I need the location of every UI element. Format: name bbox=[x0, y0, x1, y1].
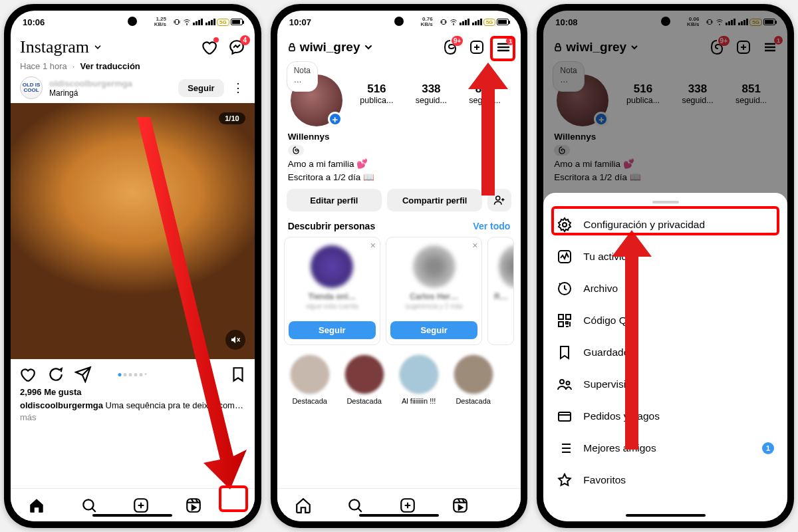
tab-create[interactable] bbox=[399, 497, 416, 514]
qr-icon bbox=[557, 313, 573, 329]
follow-button[interactable]: Seguir bbox=[178, 79, 223, 97]
home-indicator[interactable] bbox=[92, 514, 172, 517]
menu-archive[interactable]: Archivo bbox=[543, 273, 787, 305]
stat-followers[interactable]: 338seguid... bbox=[416, 82, 447, 105]
share-button[interactable] bbox=[74, 366, 92, 383]
discover-see-all-link[interactable]: Ver todo bbox=[473, 221, 510, 231]
svg-point-26 bbox=[567, 382, 570, 385]
post-time: Hace 1 hora bbox=[20, 61, 67, 71]
heart-icon bbox=[19, 366, 36, 383]
home-indicator[interactable] bbox=[626, 514, 706, 517]
tab-search[interactable] bbox=[80, 497, 98, 514]
stat-following[interactable]: 851seguid... bbox=[469, 82, 500, 105]
close-icon[interactable]: × bbox=[472, 240, 477, 251]
save-button[interactable] bbox=[229, 366, 247, 383]
highlights-strip[interactable]: Destacada Destacada Al fiiiiiiin !!! Des… bbox=[277, 350, 521, 406]
phone-2: 10:07 0.76 KB/s 5G wiwi_grey bbox=[271, 4, 528, 528]
discover-card[interactable]: ×Carlos Her…sugerencia y 2 másSeguir bbox=[386, 237, 482, 345]
caption-author[interactable]: oldiscoolburgermga bbox=[20, 400, 103, 410]
highlight-item[interactable]: Destacada bbox=[287, 354, 333, 405]
caption-more[interactable]: más bbox=[20, 412, 37, 422]
tab-search[interactable] bbox=[346, 497, 364, 514]
plus-square-icon bbox=[132, 497, 150, 514]
translate-link[interactable]: Ver traducción bbox=[80, 61, 140, 71]
post-header: OLD IS COOL oldiscoolburgermga Maringá S… bbox=[11, 71, 255, 103]
likes-count[interactable]: 2,996 Me gusta bbox=[11, 386, 255, 398]
follow-card-button[interactable]: Seguir bbox=[390, 321, 477, 339]
post-actions bbox=[11, 359, 255, 386]
reels-icon bbox=[452, 497, 469, 514]
post-author-avatar[interactable]: OLD IS COOL bbox=[20, 76, 43, 99]
like-button[interactable] bbox=[19, 366, 36, 383]
network-pill: 5G bbox=[217, 19, 229, 26]
threads-badge: 9+ bbox=[452, 36, 463, 46]
lock-icon bbox=[287, 42, 297, 53]
sheet-grabber[interactable] bbox=[652, 201, 679, 203]
tab-reels[interactable] bbox=[185, 497, 202, 514]
menu-button[interactable]: 1 bbox=[495, 39, 511, 55]
signal-1-icon bbox=[193, 19, 203, 25]
stat-posts[interactable]: 516publica... bbox=[360, 82, 393, 105]
activity-icon bbox=[557, 249, 573, 265]
discover-strip[interactable]: ×Tienda onl…sigue esta cuentaSeguir ×Car… bbox=[277, 237, 521, 350]
tab-create[interactable] bbox=[132, 497, 150, 514]
share-profile-button[interactable]: Compartir perfil bbox=[387, 189, 482, 211]
menu-badge: 1 bbox=[506, 37, 515, 45]
signal-2-icon bbox=[205, 19, 215, 25]
highlight-item[interactable]: Destacada bbox=[450, 354, 497, 405]
post-image[interactable]: 1/10 bbox=[11, 103, 255, 359]
post-location[interactable]: Maringá bbox=[49, 88, 132, 98]
svg-point-25 bbox=[560, 380, 564, 384]
instagram-logo[interactable]: Instagram bbox=[20, 37, 102, 57]
vibrate-icon bbox=[440, 18, 448, 26]
menu-qr[interactable]: Código QR bbox=[543, 305, 787, 336]
note-bubble[interactable]: Nota … bbox=[287, 61, 318, 92]
menu-activity[interactable]: Tu actividad bbox=[543, 241, 787, 273]
chevron-down-icon bbox=[363, 42, 374, 53]
svg-point-2 bbox=[83, 499, 93, 509]
tab-home[interactable] bbox=[295, 497, 312, 514]
app-header: Instagram 4 bbox=[11, 33, 255, 61]
threads-button[interactable]: 9+ bbox=[442, 39, 458, 55]
svg-rect-4 bbox=[187, 499, 200, 512]
post-more-button[interactable]: ⋮ bbox=[231, 82, 245, 94]
svg-rect-22 bbox=[559, 315, 563, 319]
archive-icon bbox=[557, 281, 573, 297]
username-dropdown[interactable]: wiwi_grey bbox=[287, 40, 374, 55]
mute-button[interactable] bbox=[225, 330, 245, 350]
home-indicator[interactable] bbox=[359, 514, 439, 517]
wifi-icon bbox=[449, 18, 458, 26]
carousel-dots bbox=[118, 373, 147, 376]
menu-saved[interactable]: Guardado bbox=[543, 336, 787, 368]
menu-supervision[interactable]: Supervisión bbox=[543, 368, 787, 400]
tab-reels[interactable] bbox=[452, 497, 469, 514]
svg-rect-13 bbox=[454, 499, 467, 512]
menu-close-friends[interactable]: Mejores amigos 1 bbox=[543, 432, 787, 464]
create-button[interactable] bbox=[469, 39, 485, 55]
highlight-item[interactable]: Destacada bbox=[341, 354, 388, 405]
profile-header: wiwi_grey 9+ 1 bbox=[277, 33, 521, 61]
plus-square-icon bbox=[399, 497, 416, 514]
follow-card-button[interactable]: Seguir bbox=[289, 321, 376, 339]
tab-home[interactable] bbox=[28, 497, 45, 514]
svg-rect-0 bbox=[176, 20, 179, 25]
menu-orders-payments[interactable]: Pedidos y pagos bbox=[543, 400, 787, 432]
comment-icon bbox=[47, 366, 64, 383]
highlight-item[interactable]: Al fiiiiiiin !!! bbox=[396, 354, 442, 405]
post-author-name[interactable]: oldiscoolburgermga bbox=[49, 78, 132, 88]
discover-people-button[interactable] bbox=[487, 189, 511, 211]
threads-handle-badge[interactable] bbox=[288, 145, 304, 156]
notifications-button[interactable] bbox=[200, 39, 217, 56]
list-star-icon bbox=[557, 440, 573, 456]
discover-card[interactable]: ×Tienda onl…sigue esta cuentaSeguir bbox=[284, 237, 380, 345]
discover-card[interactable]: R… bbox=[487, 237, 514, 345]
comment-button[interactable] bbox=[47, 366, 64, 383]
bookmark-icon bbox=[557, 344, 573, 360]
close-icon[interactable]: × bbox=[370, 240, 376, 251]
menu-favorites[interactable]: Favoritos bbox=[543, 464, 787, 496]
chevron-down-icon bbox=[93, 43, 102, 52]
messages-button[interactable]: 4 bbox=[228, 39, 245, 56]
add-story-icon: + bbox=[328, 112, 342, 126]
menu-settings-privacy[interactable]: Configuración y privacidad bbox=[543, 209, 787, 241]
edit-profile-button[interactable]: Editar perfil bbox=[287, 189, 382, 211]
